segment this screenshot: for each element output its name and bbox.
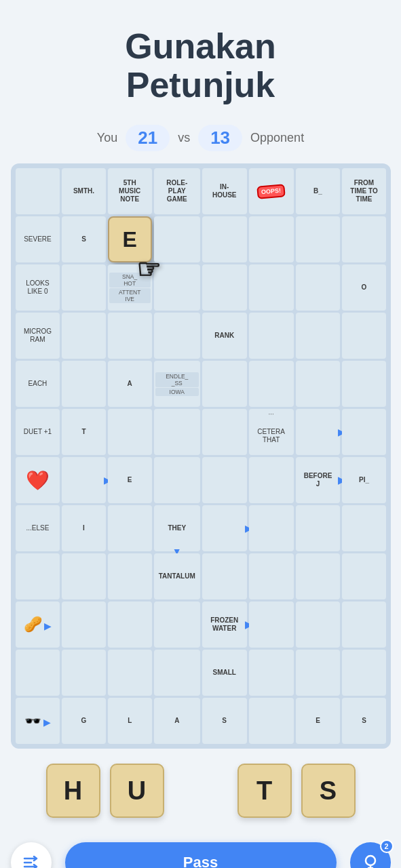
- cell-7b-7[interactable]: [342, 553, 385, 599]
- cell-2-5[interactable]: [249, 264, 294, 311]
- cell-3-7[interactable]: [342, 313, 385, 359]
- cell-8-6[interactable]: [296, 601, 341, 648]
- tile-t[interactable]: T: [237, 764, 292, 818]
- cell-4-1[interactable]: [62, 361, 105, 407]
- cell-8b-3[interactable]: [154, 650, 200, 696]
- cell-8-5[interactable]: [249, 601, 294, 648]
- tile-u[interactable]: U: [110, 764, 164, 818]
- row-clue-8: 🥜 ▶: [16, 601, 60, 648]
- cell-5-5[interactable]: ··· CETERA THAT: [249, 409, 294, 455]
- cell-4-7[interactable]: [342, 361, 385, 407]
- arrow-right-9: ▶: [43, 717, 51, 728]
- cell-7b-3[interactable]: TANTALUM: [154, 553, 200, 599]
- cell-8-1[interactable]: [62, 601, 105, 648]
- cell-7-3[interactable]: THEY ▼: [154, 505, 200, 551]
- cell-2-3[interactable]: [154, 264, 200, 311]
- cell-5-4[interactable]: [202, 409, 247, 455]
- cell-8-7[interactable]: [342, 601, 385, 648]
- cell-7-5[interactable]: [249, 505, 294, 551]
- cell-2-4[interactable]: [202, 264, 247, 311]
- cell-1-3[interactable]: [154, 216, 200, 262]
- cell-8-4[interactable]: FROZENWATER ▶: [202, 601, 247, 648]
- col-header-7: FROMTIME TOTIME: [342, 168, 385, 214]
- cell-3-6[interactable]: [296, 313, 341, 359]
- cell-7-7[interactable]: [342, 505, 385, 551]
- cell-3-2[interactable]: [108, 313, 152, 359]
- cell-7b-5[interactable]: [249, 553, 294, 599]
- cell-5-2[interactable]: [108, 409, 152, 455]
- header-row: SMTH. 5THMUSICNOTE ROLE-PLAYGAME IN-HOUS…: [16, 168, 386, 214]
- cell-4-2[interactable]: A: [108, 361, 152, 407]
- cell-1-4[interactable]: [202, 216, 247, 262]
- cell-8-3[interactable]: [154, 601, 200, 648]
- cell-1-5[interactable]: [249, 216, 294, 262]
- cell-8b-2[interactable]: [108, 650, 152, 696]
- cell-1-6[interactable]: [296, 216, 341, 262]
- cell-4-4[interactable]: [202, 361, 247, 407]
- cell-1-2[interactable]: E ☞: [108, 216, 152, 262]
- cell-4-6[interactable]: [296, 361, 341, 407]
- cell-8b-4[interactable]: SMALL: [202, 650, 247, 696]
- tile-s[interactable]: S: [301, 764, 356, 818]
- clue-snap-hot: SNA_HOT: [109, 273, 151, 288]
- cell-9-4[interactable]: S: [202, 698, 247, 744]
- cell-9-5[interactable]: [249, 698, 294, 744]
- cell-7-4[interactable]: ▶: [202, 505, 247, 551]
- cell-5-3[interactable]: [154, 409, 200, 455]
- cell-7-2[interactable]: [108, 505, 152, 551]
- cell-5-7[interactable]: [342, 409, 385, 455]
- cell-1-7[interactable]: [342, 216, 385, 262]
- cell-1-1[interactable]: S: [62, 216, 105, 262]
- cell-8-2[interactable]: [108, 601, 152, 648]
- col-header-3: ROLE-PLAYGAME: [154, 168, 200, 214]
- cell-7b-2[interactable]: [108, 553, 152, 599]
- cell-9-2[interactable]: L: [108, 698, 152, 744]
- cell-7b-1[interactable]: [62, 553, 105, 599]
- cell-8b-7[interactable]: [342, 650, 385, 696]
- row-clue-8b: [16, 650, 60, 696]
- cell-5-6[interactable]: ▶: [296, 409, 341, 455]
- cell-2-7[interactable]: O: [342, 264, 385, 311]
- you-label: You: [97, 131, 117, 145]
- cell-4-5[interactable]: [249, 361, 294, 407]
- cell-7-6[interactable]: [296, 505, 341, 551]
- cell-8b-5[interactable]: [249, 650, 294, 696]
- bottom-bar: Pass 2: [11, 842, 391, 868]
- cell-2-2[interactable]: SNA_HOT ATTENTIVE: [108, 264, 152, 311]
- hint-button[interactable]: 2: [350, 842, 391, 868]
- table-row: 🥜 ▶ FROZENWATER ▶: [16, 601, 386, 648]
- pass-button[interactable]: Pass: [65, 842, 337, 868]
- cell-7b-4[interactable]: [202, 553, 247, 599]
- vs-label: vs: [178, 131, 190, 145]
- cell-3-5[interactable]: [249, 313, 294, 359]
- cell-3-1[interactable]: [62, 313, 105, 359]
- cell-7b-6[interactable]: [296, 553, 341, 599]
- clue-iowa: IOWA: [155, 388, 199, 396]
- shuffle-button[interactable]: [11, 842, 52, 868]
- cell-9-1[interactable]: G: [62, 698, 105, 744]
- cell-6-1[interactable]: ▶: [62, 457, 105, 503]
- cell-6-6[interactable]: BEFOREJ ▶: [296, 457, 341, 503]
- cell-9-3[interactable]: A: [154, 698, 200, 744]
- clue-attentive: ATTENTIVE: [109, 288, 151, 303]
- cell-6-5[interactable]: [249, 457, 294, 503]
- cell-3-3[interactable]: [154, 313, 200, 359]
- cell-6-4[interactable]: [202, 457, 247, 503]
- cell-6-2[interactable]: E: [108, 457, 152, 503]
- cell-9-7[interactable]: S: [342, 698, 385, 744]
- cell-2-6[interactable]: [296, 264, 341, 311]
- cell-9-6[interactable]: E: [296, 698, 341, 744]
- cell-3-4[interactable]: RANK: [202, 313, 247, 359]
- cell-6-7[interactable]: PI_: [342, 457, 385, 503]
- cell-7-1[interactable]: I: [62, 505, 105, 551]
- tile-h[interactable]: H: [46, 764, 100, 818]
- cell-5-1[interactable]: T: [62, 409, 105, 455]
- cell-6-3[interactable]: [154, 457, 200, 503]
- table-row: TANTALUM: [16, 553, 386, 599]
- cell-4-3[interactable]: ENDLE__SS IOWA: [154, 361, 200, 407]
- cell-2-1[interactable]: [62, 264, 105, 311]
- cell-8b-6[interactable]: [296, 650, 341, 696]
- table-row: EACH A ENDLE__SS IOWA: [16, 361, 386, 407]
- cell-8b-1[interactable]: [62, 650, 105, 696]
- oops-badge: OOPS!: [256, 184, 285, 199]
